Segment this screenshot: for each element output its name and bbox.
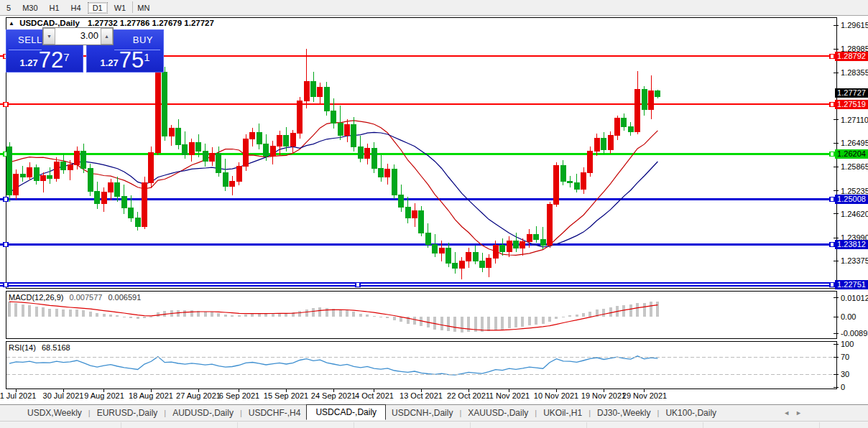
candle-body xyxy=(20,174,25,177)
candle-body xyxy=(142,182,147,227)
macd-histogram-bar xyxy=(602,309,605,317)
macd-histogram-bar xyxy=(143,317,146,318)
macd-histogram-bar xyxy=(535,317,537,325)
macd-histogram-bar xyxy=(562,317,565,317)
macd-histogram-bar xyxy=(298,311,301,317)
volume-decrease-icon[interactable]: ▼ xyxy=(43,28,55,45)
candle-body xyxy=(149,152,154,182)
rsi-axis-label: 30 xyxy=(841,370,868,378)
price-badge-1.25008: 1.25008 xyxy=(835,195,868,204)
macd-histogram-bar xyxy=(393,317,396,320)
tab-UKOil-,H1[interactable]: UKOil-,H1 xyxy=(537,406,588,420)
chart-ohlc-values: 1.27732 1.27786 1.27679 1.27727 xyxy=(88,19,214,27)
tab-USDCAD-,Daily[interactable]: USDCAD-,Daily xyxy=(306,404,386,420)
level-handle[interactable] xyxy=(830,282,834,287)
macd-signal-value: 0.006591 xyxy=(108,293,141,302)
macd-histogram-bar xyxy=(183,310,186,317)
collapse-icon[interactable]: ▲ xyxy=(9,20,14,27)
price-tick-label: 1.28355 xyxy=(841,68,868,77)
candle-body xyxy=(115,182,120,196)
candle-body xyxy=(399,195,404,208)
macd-histogram-bar xyxy=(42,307,45,317)
level-handle[interactable] xyxy=(356,282,360,287)
candle-body xyxy=(318,87,323,97)
tab-XAUUSD-,Daily[interactable]: XAUUSD-,Daily xyxy=(462,406,534,420)
tab-USDCHF-,H4[interactable]: USDCHF-,H4 xyxy=(243,406,307,420)
macd-histogram-bar xyxy=(352,312,355,317)
candle-body xyxy=(75,152,80,165)
volume-increase-icon[interactable]: ▲ xyxy=(101,28,113,45)
candle-body xyxy=(615,118,620,136)
candle-body xyxy=(290,134,295,146)
price-badge-1.27727: 1.27727 xyxy=(835,88,868,98)
candle-body xyxy=(121,197,126,208)
candle-body xyxy=(486,258,491,267)
macd-histogram-bar xyxy=(69,310,72,317)
candle-body xyxy=(453,263,458,268)
level-handle[interactable] xyxy=(830,102,834,106)
candle-body xyxy=(473,253,478,261)
macd-histogram-bar xyxy=(461,317,463,332)
candle-body xyxy=(514,241,519,248)
candle-body xyxy=(257,132,262,144)
volume-input[interactable]: 3.00 xyxy=(55,28,101,45)
macd-histogram-bar xyxy=(109,315,112,317)
tab-scroll-right-icon[interactable]: ► xyxy=(795,409,808,417)
candle-body xyxy=(135,218,140,227)
level-handle[interactable] xyxy=(4,197,8,201)
macd-histogram-bar xyxy=(650,302,652,317)
bottom-strip-mark xyxy=(586,422,587,428)
candle-body xyxy=(642,89,647,109)
price-badge-1.28792: 1.28792 xyxy=(835,52,868,61)
candle-body xyxy=(210,154,215,162)
tab-scroll-left-icon[interactable]: ◄ xyxy=(783,409,795,417)
candle-body xyxy=(560,166,565,182)
symbol-tabbar: USDX,Weekly|EURUSD-,Daily|AUDUSD-,Daily|… xyxy=(0,404,868,421)
level-handle[interactable] xyxy=(4,282,8,287)
candle-body xyxy=(324,87,329,111)
level-handle[interactable] xyxy=(4,102,8,106)
macd-histogram-bar xyxy=(508,317,511,328)
candle-body xyxy=(446,248,451,263)
macd-histogram-bar xyxy=(129,317,132,318)
level-handle[interactable] xyxy=(830,54,834,58)
candle-body xyxy=(581,172,586,189)
tab-separator: | xyxy=(459,409,461,417)
sell-price-base: 1.27 xyxy=(19,57,37,68)
bottom-strip-mark xyxy=(121,422,121,428)
sell-price-sup: 7 xyxy=(63,51,69,63)
macd-histogram-bar xyxy=(542,317,545,324)
tab-DJ30-,Weekly[interactable]: DJ30-,Weekly xyxy=(591,406,656,420)
macd-histogram-bar xyxy=(379,317,382,317)
price-tick-label: 1.26495 xyxy=(841,139,868,147)
macd-histogram-bar xyxy=(555,317,558,319)
tab-separator: | xyxy=(588,409,591,417)
level-handle[interactable] xyxy=(4,242,8,246)
tab-UK100-,Daily[interactable]: UK100-,Daily xyxy=(660,406,722,420)
tab-AUDUSD-,Daily[interactable]: AUDUSD-,Daily xyxy=(167,406,239,420)
rsi-axis-label: 100 xyxy=(841,340,868,348)
candle-body xyxy=(27,167,32,177)
macd-histogram-bar xyxy=(22,304,24,317)
tab-EURUSD-,Daily[interactable]: EURUSD-,Daily xyxy=(91,406,164,420)
rsi-name: RSI(14) xyxy=(9,343,36,352)
macd-axis-label: 0.00 xyxy=(841,312,868,321)
candle-body xyxy=(196,143,201,152)
macd-histogram-bar xyxy=(231,315,234,317)
level-handle[interactable] xyxy=(830,197,834,201)
level-handle[interactable] xyxy=(830,152,834,157)
level-handle[interactable] xyxy=(830,242,834,246)
candle-body xyxy=(169,129,174,136)
macd-histogram-bar xyxy=(440,317,443,330)
macd-histogram-bar xyxy=(62,310,65,317)
macd-histogram-bar xyxy=(501,317,504,330)
candle-body xyxy=(527,234,532,242)
rsi-axis-label: 70 xyxy=(841,353,868,361)
candle-body xyxy=(480,261,485,267)
tab-USDCNH-,Daily[interactable]: USDCNH-,Daily xyxy=(386,406,458,420)
candle-body xyxy=(548,204,553,245)
candle-body xyxy=(338,124,343,136)
buy-price-big: 75 xyxy=(119,50,144,71)
candle-body xyxy=(507,241,512,252)
tab-USDX,Weekly[interactable]: USDX,Weekly xyxy=(22,406,88,420)
